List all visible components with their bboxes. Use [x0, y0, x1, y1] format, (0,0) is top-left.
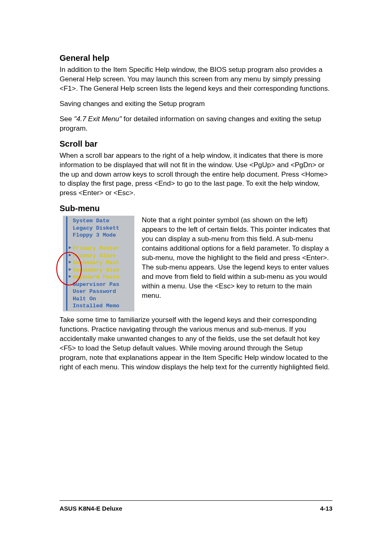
pointer-icon: ►: [69, 245, 71, 251]
bios-text: Primary Slave: [73, 253, 116, 259]
heading-sub-menu: Sub-menu: [60, 204, 332, 213]
bios-line-installed-memo: Installed Memo: [63, 302, 134, 310]
pointer-icon: ►: [69, 274, 71, 279]
sub-menu-p2: Take some time to familiarize yourself w…: [60, 315, 332, 372]
bios-line-secondary-master: ►Secondary Mast: [63, 259, 134, 267]
bios-line-user-password: User Password: [63, 288, 134, 295]
general-help-p1: In addition to the Item Specific Help wi…: [60, 65, 332, 94]
exit-menu-ref: "4.7 Exit Menu": [74, 115, 122, 123]
bios-text: Secondary Slav: [73, 267, 119, 273]
sub-menu-p1: Note that a right pointer symbol (as sho…: [142, 216, 332, 300]
submenu-row: System Date Legacy Diskett Floppy 3 Mode…: [60, 216, 332, 311]
bios-line-halt-on: Halt On: [63, 295, 134, 303]
bios-text: Primary Master: [73, 245, 119, 251]
general-help-p2: Saving changes and exiting the Setup pro…: [60, 99, 332, 109]
pointer-icon: ►: [69, 267, 71, 272]
pointer-icon: ►: [69, 259, 71, 265]
bios-screenshot-block: System Date Legacy Diskett Floppy 3 Mode…: [60, 216, 134, 311]
scroll-bar-p1: When a scroll bar appears to the right o…: [60, 151, 332, 198]
bios-line-legacy-diskette: Legacy Diskett: [63, 225, 134, 232]
submenu-text-col: Note that a right pointer symbol (as sho…: [142, 216, 332, 300]
page-footer: ASUS K8N4-E Deluxe 4-13: [60, 500, 332, 512]
page-content: General help In addition to the Item Spe…: [60, 53, 332, 372]
bios-text: Secondary Mast: [73, 260, 119, 266]
bios-left-edge: [66, 216, 67, 311]
bios-line-primary-master: ►Primary Master: [63, 245, 134, 252]
bios-line-floppy-3-mode: Floppy 3 Mode: [63, 232, 134, 239]
bios-line-keyboard-features: ►Keyboard Featu: [63, 274, 134, 281]
text-fragment: See: [60, 115, 74, 123]
footer-product-name: ASUS K8N4-E Deluxe: [60, 505, 122, 512]
bios-text: Keyboard Featu: [73, 274, 119, 280]
general-help-p3: See "4.7 Exit Menu" for detailed informa…: [60, 115, 332, 134]
bios-line-supervisor-pass: Supervisor Pas: [63, 281, 134, 288]
heading-scroll-bar: Scroll bar: [60, 139, 332, 149]
bios-line-system-date: System Date: [63, 217, 134, 225]
pointer-icon: ►: [69, 252, 71, 258]
bios-line-secondary-slave: ►Secondary Slav: [63, 267, 134, 274]
bios-line-primary-slave: ►Primary Slave: [63, 252, 134, 260]
bios-gap: [63, 239, 134, 245]
heading-general-help: General help: [60, 53, 332, 63]
footer-page-number: 4-13: [320, 505, 332, 512]
bios-screenshot: System Date Legacy Diskett Floppy 3 Mode…: [63, 216, 134, 311]
